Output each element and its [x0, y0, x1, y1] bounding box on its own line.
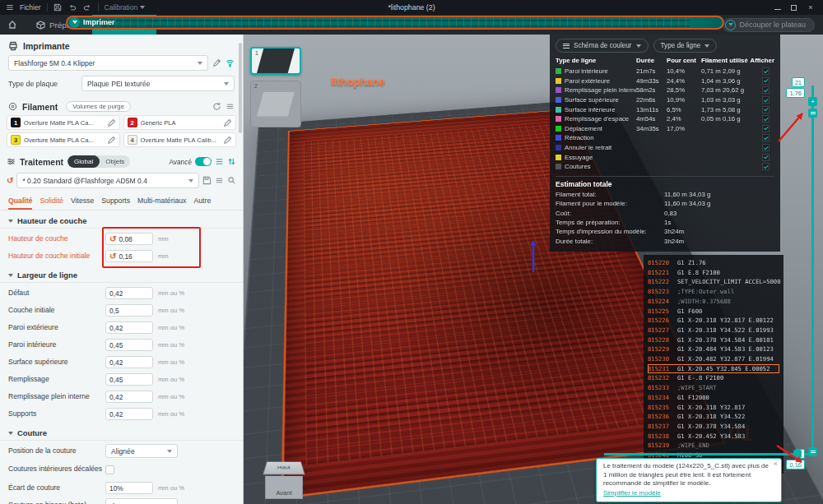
- plate-thumbnail-1[interactable]: 1: [250, 47, 301, 75]
- simplify-model-link[interactable]: Simplifier le modèle: [603, 489, 661, 498]
- gcode-line[interactable]: 815232G1 E-.8 F2100: [648, 373, 779, 383]
- gcode-line[interactable]: 815236G1 X-20.318 Y34.522: [648, 412, 779, 422]
- edit-filament-icon[interactable]: [223, 118, 232, 127]
- gcode-line[interactable]: 815221G1 E.8 F2100: [648, 268, 779, 278]
- group-seam[interactable]: Couture: [0, 423, 243, 441]
- layer-slider-lower-handle[interactable]: [808, 447, 817, 456]
- scope-objects[interactable]: Objets: [100, 155, 130, 168]
- printer-select[interactable]: Flashforge 5M 0.4 Klipper: [8, 55, 208, 71]
- cube-face-top[interactable]: Haut: [263, 461, 305, 474]
- gcode-line[interactable]: 815228G1 X-20.378 Y34.584 E.00101: [648, 335, 779, 345]
- gcode-line[interactable]: 815226G1 X-20.318 Y32.817 E.00122: [648, 316, 779, 326]
- show-line-type-checkbox[interactable]: [762, 67, 770, 75]
- gcode-line[interactable]: 815230G1 X-20.482 Y32.877 E.01994: [648, 354, 779, 364]
- filament-color-chip[interactable]: 1: [11, 118, 21, 127]
- setting-input[interactable]: 0,42: [105, 321, 153, 334]
- sync-filament-icon[interactable]: [212, 102, 221, 111]
- scope-global[interactable]: Global: [67, 155, 100, 168]
- save-preset-icon[interactable]: [202, 176, 212, 185]
- gcode-viewer[interactable]: 815220G1 Z1.76815221G1 E.8 F2100815222SE…: [644, 255, 783, 474]
- tab-vitesse[interactable]: Vitesse: [71, 197, 94, 210]
- print-button[interactable]: Imprimer: [66, 16, 724, 30]
- filament-slot-2[interactable]: 2 Generic PLA: [123, 115, 237, 130]
- advanced-toggle[interactable]: [195, 157, 212, 166]
- show-line-type-checkbox[interactable]: [762, 154, 770, 161]
- filament-color-chip[interactable]: 4: [128, 135, 137, 145]
- gcode-line[interactable]: 815235G1 X-20.318 Y32.817: [648, 403, 779, 413]
- group-line-width[interactable]: Largeur de ligne: [0, 265, 243, 283]
- plate-thumbnail-2[interactable]: 2: [250, 81, 301, 127]
- filament-slot-4[interactable]: 4 Overture Matte PLA Calib...: [123, 132, 237, 147]
- menu-file[interactable]: Fichier: [20, 3, 41, 12]
- revert-icon[interactable]: ↺: [109, 235, 116, 243]
- orientation-cube[interactable]: Haut Avant: [265, 459, 303, 499]
- gcode-line[interactable]: 815224;WIDTH:0.375688: [648, 297, 779, 307]
- chevron-down-icon[interactable]: [69, 17, 80, 28]
- scarf-seam-select[interactable]: Aucun: [105, 498, 178, 504]
- plate-type-select[interactable]: Plaque PEI texturée: [81, 76, 235, 91]
- initial-layer-height-input[interactable]: ↺ 0,16: [105, 250, 153, 262]
- tab-supports[interactable]: Supports: [101, 197, 130, 210]
- preset-menu-icon[interactable]: [215, 176, 224, 185]
- edit-filament-icon[interactable]: [107, 136, 116, 145]
- hamburger-menu-icon[interactable]: [5, 3, 14, 12]
- preview-viewport[interactable]: lithophane 01 1 2 Haut Avant Schéma de c…: [244, 35, 823, 504]
- show-line-type-checkbox[interactable]: [762, 115, 770, 123]
- show-line-type-checkbox[interactable]: [762, 144, 770, 151]
- setting-input[interactable]: 0,42: [105, 391, 153, 403]
- close-button[interactable]: ×: [807, 3, 815, 12]
- show-line-type-checkbox[interactable]: [762, 125, 770, 132]
- reset-preset-icon[interactable]: ↺: [7, 177, 13, 185]
- gcode-line[interactable]: 815233;WIPE_START: [648, 383, 779, 393]
- staggered-seam-checkbox[interactable]: [105, 465, 114, 474]
- gcode-line[interactable]: 815237G1 X-20.378 Y34.584: [648, 422, 779, 432]
- setting-input[interactable]: 0,42: [105, 408, 153, 420]
- chevron-down-icon[interactable]: [725, 20, 736, 30]
- tab-solidite[interactable]: Solidité: [40, 197, 63, 210]
- show-line-type-checkbox[interactable]: [762, 106, 770, 113]
- tab-multi-materiaux[interactable]: Multi-matériaux: [137, 197, 186, 210]
- line-type-dropdown[interactable]: Type de ligne: [653, 39, 718, 53]
- seam-gap-input[interactable]: 10%: [105, 482, 153, 494]
- view-list-icon[interactable]: [215, 157, 224, 166]
- filament-settings-icon[interactable]: [226, 102, 235, 111]
- show-line-type-checkbox[interactable]: [762, 96, 770, 104]
- layer-slider-handle[interactable]: [808, 109, 817, 118]
- minimize-button[interactable]: [774, 9, 781, 10]
- layer-slider-upper-handle[interactable]: +: [808, 97, 817, 106]
- cube-face-front[interactable]: Avant: [265, 476, 303, 499]
- maximize-button[interactable]: [791, 5, 797, 11]
- seam-position-select[interactable]: Alignée: [105, 444, 178, 458]
- edit-printer-icon[interactable]: [212, 58, 221, 67]
- tab-qualite[interactable]: Qualité: [8, 197, 32, 210]
- layer-slider-track[interactable]: [811, 86, 814, 450]
- save-icon[interactable]: [53, 3, 63, 12]
- wifi-icon[interactable]: [226, 58, 235, 67]
- filament-slot-3[interactable]: 3 Overture Matte PLA Ca...: [7, 132, 120, 147]
- move-slider-handle[interactable]: [793, 450, 802, 458]
- gcode-line[interactable]: 815238G1 X-20.452 Y34.583: [648, 432, 779, 442]
- show-line-type-checkbox[interactable]: [762, 77, 770, 85]
- show-line-type-checkbox[interactable]: [762, 86, 770, 94]
- close-icon[interactable]: ×: [774, 460, 778, 469]
- group-layer-height[interactable]: Hauteur de couche: [0, 210, 243, 229]
- edit-filament-icon[interactable]: [223, 136, 232, 145]
- move-slider-track[interactable]: [604, 453, 812, 455]
- sidebar-scrollbar[interactable]: [239, 43, 242, 133]
- gcode-line[interactable]: 815222SET_VELOCITY_LIMIT ACCEL=5000: [648, 277, 779, 287]
- layer-height-input[interactable]: ↺ 0,08: [105, 233, 153, 245]
- setting-input[interactable]: 0,42: [105, 356, 153, 368]
- redo-icon[interactable]: [83, 3, 92, 12]
- gcode-line[interactable]: 815220G1 Z1.76: [648, 258, 779, 268]
- show-line-type-checkbox[interactable]: [762, 134, 770, 141]
- menu-calibration[interactable]: Calibration: [105, 3, 146, 12]
- gcode-line[interactable]: 815239;WIPE_END: [648, 441, 779, 451]
- purge-volumes-button[interactable]: Volumes de purge: [66, 101, 131, 112]
- home-button[interactable]: [0, 15, 25, 35]
- tab-autre[interactable]: Autre: [193, 197, 211, 210]
- filament-color-chip[interactable]: 3: [11, 135, 21, 145]
- show-line-type-checkbox[interactable]: [762, 163, 770, 170]
- setting-input[interactable]: 0,42: [105, 287, 153, 299]
- filament-slot-1[interactable]: 1 Overture Matte PLA Ca...: [7, 115, 120, 130]
- filament-color-chip[interactable]: 2: [128, 118, 137, 127]
